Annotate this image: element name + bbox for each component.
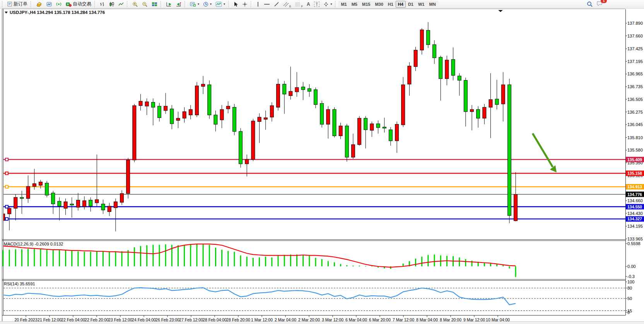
timeframe-m5-button[interactable]: M5: [349, 1, 360, 8]
rsi-pane: RSI(14) 35.65911008050150: [3, 280, 634, 315]
line-chart-mode-button[interactable]: [116, 0, 126, 8]
annotation-arrow[interactable]: [533, 133, 557, 172]
timeframe-h1-button[interactable]: H1: [386, 1, 396, 8]
market-watch-button[interactable]: [34, 0, 44, 8]
svg-text:8 Mar 04:00: 8 Mar 04:00: [416, 317, 438, 322]
chart-menu-triangle[interactable]: [498, 10, 503, 12]
svg-text:134.913: 134.913: [627, 184, 642, 189]
svg-text:134.327: 134.327: [627, 217, 642, 221]
macd-label: MACD(12,26,9) -0.2609 0.0132: [4, 242, 63, 246]
svg-text:135.409: 135.409: [627, 157, 642, 162]
tile-windows-button[interactable]: [150, 0, 159, 8]
cursor-tool-button[interactable]: [232, 0, 240, 8]
svg-text:136.505: 136.505: [627, 97, 643, 102]
candlesticks: [2, 22, 518, 231]
new-chart-dropdown[interactable]: ▾: [188, 0, 201, 8]
chat-unread-badge: 1: [601, 0, 607, 3]
svg-text:134.195: 134.195: [627, 224, 643, 229]
signals-button[interactable]: [54, 0, 64, 8]
svg-text:6 Mar 20:00: 6 Mar 20:00: [369, 317, 391, 322]
auto-scroll-button[interactable]: [164, 0, 174, 8]
chevron-down-icon: ▾: [330, 2, 332, 6]
channel-icon: [283, 2, 289, 7]
zoom-out-button[interactable]: [140, 0, 150, 8]
auto-scroll-icon: [166, 2, 172, 7]
vertical-line-tool-button[interactable]: [254, 0, 262, 8]
timeframe-m30-button[interactable]: M30: [372, 1, 385, 8]
text-tool-button[interactable]: A: [305, 0, 312, 8]
svg-text:23 Feb 12:00: 23 Feb 12:00: [108, 317, 132, 322]
svg-text:USDJPY-,H4 134.294 135.178 13: USDJPY-,H4 134.294 135.178 134.284 134.7…: [10, 10, 105, 15]
templates-dropdown[interactable]: ▾: [214, 0, 227, 8]
timeframe-m1-button[interactable]: M1: [338, 1, 349, 8]
toolbar-grip: [2, 1, 4, 7]
svg-text:22 Feb 04:00: 22 Feb 04:00: [61, 317, 85, 322]
toolbar-grip: [127, 1, 129, 7]
chart-shift-button[interactable]: [174, 0, 183, 8]
cursor-arrow-icon: [234, 2, 238, 7]
symbol-label: USDJPY-,H4 134.294 135.178 134.284 134.7…: [5, 10, 503, 15]
svg-text:10 Mar 04:00: 10 Mar 04:00: [486, 317, 510, 322]
svg-text:2 Mar 20:00: 2 Mar 20:00: [298, 317, 320, 322]
svg-text:9 Mar 12:00: 9 Mar 12:00: [463, 317, 485, 322]
zoom-in-icon: [132, 2, 138, 7]
vertical-line-icon: [256, 2, 260, 7]
svg-text:28 Feb 20:00: 28 Feb 20:00: [226, 317, 250, 322]
timeframe-h4-button[interactable]: H4: [396, 1, 406, 8]
timeframe-d1-button[interactable]: D1: [406, 1, 416, 8]
line-handle[interactable]: [5, 172, 8, 175]
bar-chart-mode-button[interactable]: [98, 0, 107, 8]
signal-waves-icon: [56, 2, 62, 7]
time-axis: 20 Feb 202321 Feb 12:0022 Feb 04:0022 Fe…: [15, 315, 510, 322]
line-handle[interactable]: [5, 186, 8, 188]
svg-text:21 Feb 12:00: 21 Feb 12:00: [38, 317, 61, 322]
periods-dropdown[interactable]: ▾: [201, 0, 214, 8]
chevron-down-icon: ▾: [198, 2, 199, 6]
line-handle[interactable]: [5, 218, 8, 220]
toolbar-grip: [228, 1, 231, 7]
svg-text:0.00: 0.00: [627, 264, 635, 269]
clock-icon: [203, 2, 208, 7]
rsi-levels: [3, 288, 625, 311]
svg-text:100: 100: [627, 280, 634, 284]
candlestick-mode-button[interactable]: [107, 0, 116, 8]
fibonacci-tool-button[interactable]: F: [293, 0, 305, 8]
line-handle[interactable]: [5, 158, 8, 161]
svg-text:137.890: 137.890: [627, 21, 643, 26]
svg-text:0: 0: [627, 310, 630, 315]
svg-text:136.045: 136.045: [627, 122, 643, 127]
svg-text:7 Mar 12:00: 7 Mar 12:00: [393, 317, 414, 322]
svg-text:-0.3: -0.3: [627, 274, 635, 279]
svg-text:134.660: 134.660: [627, 198, 643, 203]
svg-text:135.158: 135.158: [627, 171, 642, 176]
template-chart-icon: [215, 2, 222, 7]
timeframe-m15-button[interactable]: M15: [360, 1, 372, 8]
data-window-button[interactable]: [44, 0, 54, 8]
text-label-tool-button[interactable]: T: [312, 0, 322, 8]
arrows-tool-dropdown[interactable]: ▾: [321, 0, 334, 8]
rsi-label: RSI(14) 35.6591: [4, 281, 35, 286]
auto-trading-button[interactable]: 自动交易: [64, 0, 93, 8]
chart-window[interactable]: 137.890137.660137.425137.195136.965136.7…: [0, 9, 644, 324]
svg-text:137.195: 137.195: [627, 59, 643, 64]
toolbar-grip: [335, 1, 337, 7]
ledger-icon: [36, 2, 42, 7]
new-order-icon: [7, 2, 12, 7]
svg-text:134.550: 134.550: [627, 205, 642, 209]
trendline-tool-button[interactable]: [272, 0, 281, 8]
horizontal-line-tool-button[interactable]: [262, 0, 272, 8]
price-chart-svg[interactable]: 137.890137.660137.425137.195136.965136.7…: [0, 9, 644, 324]
toolbar-grip: [184, 1, 187, 7]
svg-text:136.735: 136.735: [627, 84, 643, 89]
zoom-in-button[interactable]: [130, 0, 140, 8]
new-order-button[interactable]: 新订单: [5, 0, 29, 8]
equidistant-channel-tool-button[interactable]: E: [281, 0, 293, 8]
svg-text:80: 80: [627, 286, 632, 290]
line-handle[interactable]: [5, 205, 8, 208]
search-button[interactable]: [585, 0, 594, 8]
macd-pane: MACD(12,26,9) -0.2609 0.01320.55980.00-0…: [3, 241, 641, 279]
timeframe-mn-button[interactable]: MN: [427, 1, 438, 8]
timeframe-w1-button[interactable]: W1: [416, 1, 427, 8]
svg-text:22 Feb 20:00: 22 Feb 20:00: [85, 317, 109, 322]
crosshair-tool-button[interactable]: [240, 0, 249, 8]
